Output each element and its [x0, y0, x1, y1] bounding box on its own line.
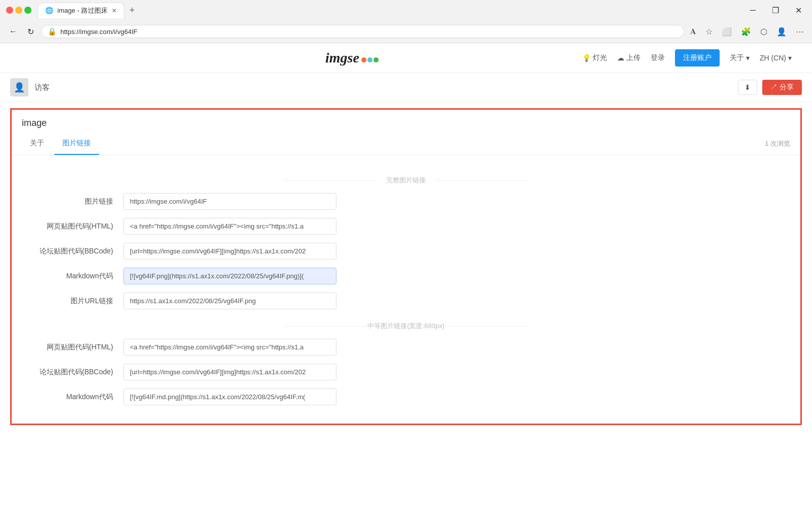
full-link-row-0: 图片链接 [32, 193, 780, 210]
window-close-btn[interactable] [6, 7, 13, 14]
toolbar-icons: 𝐀 ☆ ⬜ 🧩 ⬡ 👤 ⋯ [688, 25, 806, 39]
logo-dots [361, 57, 379, 62]
full-link-row-2: 论坛贴图代码(BBCode) [32, 243, 780, 260]
share-icon: ↗ [770, 83, 777, 91]
window-maximize-btn[interactable] [24, 7, 31, 14]
link-label-3: Markdown代码 [32, 272, 123, 281]
browser-window-controls [6, 7, 31, 14]
window-restore-icon[interactable]: ❐ [768, 5, 783, 16]
medium-links-title: 中等图片链接(宽度:680px) [32, 321, 780, 331]
extensions-icon[interactable]: 🧩 [739, 25, 753, 39]
share-button[interactable]: ↗ 分享 [762, 80, 802, 95]
link-label-4: 图片URL链接 [32, 297, 123, 306]
medium-link-input-2[interactable] [123, 389, 336, 405]
address-bar[interactable]: 🔒 [41, 25, 684, 38]
page-content: imgse 💡 灯光 ☁ 上传 登录 注册账户 关于 ▾ ZH (CN) ▾ [0, 43, 812, 516]
light-icon: 💡 [582, 54, 591, 62]
full-link-row-4: 图片URL链接 [32, 293, 780, 309]
medium-link-label-2: Markdown代码 [32, 393, 123, 402]
window-minimize-btn[interactable] [15, 7, 22, 14]
favorites-icon[interactable]: ☆ [703, 25, 715, 39]
window-close-icon[interactable]: ✕ [791, 5, 806, 16]
window-minimize-icon[interactable]: ─ [746, 5, 760, 16]
link-input-0[interactable] [123, 193, 336, 210]
link-input-3[interactable] [123, 268, 336, 284]
refresh-button[interactable]: ↻ [24, 25, 37, 39]
tab-favicon: 🌐 [45, 7, 53, 15]
nav-light[interactable]: 💡 灯光 [582, 53, 607, 62]
link-label-1: 网页贴图代码(HTML) [32, 222, 123, 231]
site-logo: imgse [122, 50, 582, 66]
links-section: 完整图片链接 图片链接网页贴图代码(HTML)论坛贴图代码(BBCode)Mar… [12, 155, 800, 424]
medium-link-row-1: 论坛贴图代码(BBCode) [32, 364, 780, 380]
url-input[interactable] [60, 28, 678, 36]
nav-about[interactable]: 关于 ▾ [730, 53, 750, 62]
download-button[interactable]: ⬇ [738, 80, 757, 95]
user-avatar: 👤 [10, 78, 28, 96]
medium-link-label-0: 网页贴图代码(HTML) [32, 343, 123, 352]
medium-link-row-0: 网页贴图代码(HTML) [32, 339, 780, 356]
register-button[interactable]: 注册账户 [675, 49, 720, 67]
collections-icon[interactable]: ⬡ [758, 25, 769, 39]
tab-preview-icon[interactable]: ⬜ [720, 25, 734, 39]
browser-toolbar: ← ↻ 🔒 𝐀 ☆ ⬜ 🧩 ⬡ 👤 ⋯ [0, 20, 812, 43]
link-input-4[interactable] [123, 293, 336, 309]
tab-image-links[interactable]: 图片链接 [54, 133, 99, 155]
dot-orange [361, 57, 366, 62]
browser-chrome: 🌐 image - 路过图床 ✕ + ─ ❐ ✕ ← ↻ 🔒 𝐀 ☆ ⬜ 🧩 ⬡… [0, 0, 812, 43]
link-input-2[interactable] [123, 243, 336, 260]
main-content-area: image 关于 图片链接 1 次浏览 完整图片链接 图片链接网页贴图代码(HT… [10, 108, 802, 425]
dot-teal [367, 57, 373, 62]
upload-icon: ☁ [617, 54, 624, 62]
new-tab-btn[interactable]: + [125, 3, 139, 18]
browser-titlebar: 🌐 image - 路过图床 ✕ + ─ ❐ ✕ [0, 0, 812, 20]
more-options-icon[interactable]: ⋯ [794, 25, 806, 39]
full-link-row-3: Markdown代码 [32, 268, 780, 284]
site-header: imgse 💡 灯光 ☁ 上传 登录 注册账户 关于 ▾ ZH (CN) ▾ [0, 43, 812, 73]
full-links-title: 完整图片链接 [32, 176, 780, 185]
window-title-controls: ─ ❐ ✕ [746, 5, 806, 16]
link-input-1[interactable] [123, 218, 336, 235]
logo-text: imgse [325, 50, 379, 66]
tabs-bar: 关于 图片链接 1 次浏览 [12, 133, 800, 155]
user-actions: ⬇ ↗ 分享 [738, 80, 802, 95]
tab-bar: 🌐 image - 路过图床 ✕ + [38, 3, 139, 18]
user-bar: 👤 访客 ⬇ ↗ 分享 [0, 73, 812, 102]
reader-mode-icon[interactable]: 𝐀 [688, 25, 698, 38]
medium-link-input-0[interactable] [123, 339, 336, 356]
medium-link-row-2: Markdown代码 [32, 389, 780, 405]
view-count: 1 次浏览 [765, 139, 790, 148]
download-icon: ⬇ [745, 83, 751, 91]
back-button[interactable]: ← [6, 25, 20, 38]
medium-link-label-1: 论坛贴图代码(BBCode) [32, 368, 123, 377]
lock-icon: 🔒 [48, 27, 56, 36]
medium-link-input-1[interactable] [123, 364, 336, 380]
tab-title: image - 路过图床 [57, 6, 108, 15]
full-link-row-1: 网页贴图代码(HTML) [32, 218, 780, 235]
nav-login[interactable]: 登录 [651, 53, 665, 62]
medium-links-container: 网页贴图代码(HTML)论坛贴图代码(BBCode)Markdown代码 [32, 339, 780, 405]
full-links-container: 图片链接网页贴图代码(HTML)论坛贴图代码(BBCode)Markdown代码… [32, 193, 780, 309]
nav-upload[interactable]: ☁ 上传 [617, 53, 640, 62]
dot-green [374, 57, 379, 62]
tab-close-btn[interactable]: ✕ [112, 7, 117, 14]
link-label-0: 图片链接 [32, 197, 123, 206]
image-title: image [12, 110, 800, 133]
user-name: 访客 [35, 83, 50, 92]
header-nav: 💡 灯光 ☁ 上传 登录 注册账户 关于 ▾ ZH (CN) ▾ [582, 49, 792, 67]
language-selector[interactable]: ZH (CN) ▾ [760, 54, 792, 62]
active-tab[interactable]: 🌐 image - 路过图床 ✕ [38, 3, 124, 18]
profile-icon[interactable]: 👤 [774, 25, 789, 39]
tab-about[interactable]: 关于 [22, 133, 52, 155]
link-label-2: 论坛贴图代码(BBCode) [32, 247, 123, 256]
